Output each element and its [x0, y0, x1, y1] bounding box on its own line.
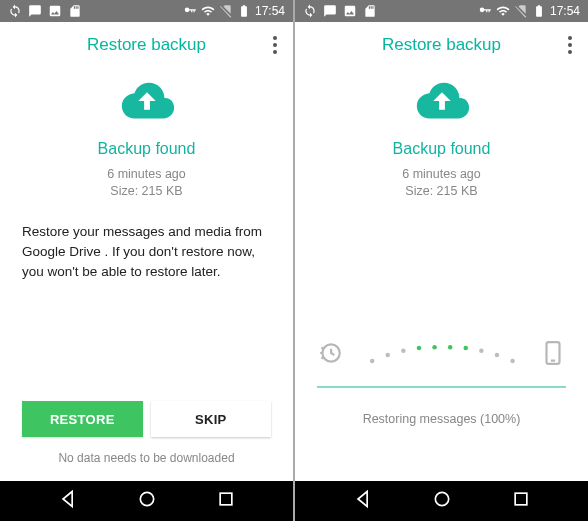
transfer-graphic: [295, 340, 588, 370]
overflow-menu-icon[interactable]: [267, 30, 283, 60]
sync-icon: [8, 4, 22, 18]
image-icon: [343, 4, 357, 18]
sd-icon: [363, 4, 377, 18]
chat-icon: [28, 4, 42, 18]
svg-point-7: [432, 345, 437, 350]
svg-point-8: [448, 345, 453, 350]
backup-found-label: Backup found: [393, 140, 491, 158]
wifi-icon: [496, 4, 510, 18]
svg-point-4: [386, 352, 391, 357]
back-button[interactable]: [353, 489, 373, 513]
progress-bar: [317, 386, 566, 388]
phone-left: 17:54 Restore backup Backup found 6 minu…: [0, 0, 293, 521]
status-right: 17:54: [478, 4, 580, 18]
back-button[interactable]: [58, 489, 78, 513]
clock-label: 17:54: [550, 4, 580, 18]
no-sim-icon: [514, 4, 528, 18]
status-bar: 17:54: [0, 0, 293, 22]
svg-rect-1: [220, 493, 232, 505]
dots-path: [349, 342, 534, 368]
footnote: No data needs to be downloaded: [58, 451, 234, 465]
svg-point-3: [370, 359, 375, 364]
history-icon: [317, 340, 343, 370]
key-icon: [478, 4, 492, 18]
restore-description: Restore your messages and media from Goo…: [0, 222, 293, 283]
skip-button[interactable]: SKIP: [151, 401, 272, 437]
image-icon: [48, 4, 62, 18]
backup-time: 6 minutes ago: [402, 166, 481, 183]
svg-point-10: [479, 348, 484, 353]
battery-icon: [237, 4, 251, 18]
restore-button[interactable]: RESTORE: [22, 401, 143, 437]
content: Backup found 6 minutes ago Size: 215 KB: [295, 68, 588, 481]
wifi-icon: [201, 4, 215, 18]
home-button[interactable]: [137, 489, 157, 513]
overflow-menu-icon[interactable]: [562, 30, 578, 60]
restoring-label: Restoring messages (100%): [363, 412, 521, 426]
recent-button[interactable]: [216, 489, 236, 513]
status-right: 17:54: [183, 4, 285, 18]
backup-meta: 6 minutes ago Size: 215 KB: [107, 166, 186, 200]
backup-found-label: Backup found: [98, 140, 196, 158]
status-bar: 17:54: [295, 0, 588, 22]
svg-point-9: [464, 346, 469, 351]
sd-icon: [68, 4, 82, 18]
svg-point-11: [495, 352, 500, 357]
phone-icon: [540, 340, 566, 370]
recent-button[interactable]: [511, 489, 531, 513]
no-sim-icon: [219, 4, 233, 18]
page-title: Restore backup: [87, 35, 206, 55]
status-left: [303, 4, 377, 18]
content: Backup found 6 minutes ago Size: 215 KB …: [0, 68, 293, 481]
header: Restore backup: [295, 22, 588, 68]
home-button[interactable]: [432, 489, 452, 513]
svg-point-5: [401, 348, 406, 353]
cloud-upload-icon: [411, 78, 473, 126]
backup-time: 6 minutes ago: [107, 166, 186, 183]
button-row: RESTORE SKIP: [0, 401, 293, 437]
chat-icon: [323, 4, 337, 18]
header: Restore backup: [0, 22, 293, 68]
phone-right: 17:54 Restore backup Backup found 6 minu…: [295, 0, 588, 521]
page-title: Restore backup: [382, 35, 501, 55]
backup-size: Size: 215 KB: [107, 183, 186, 200]
svg-point-15: [435, 492, 448, 505]
svg-point-12: [510, 359, 515, 364]
svg-point-0: [140, 492, 153, 505]
status-left: [8, 4, 82, 18]
backup-size: Size: 215 KB: [402, 183, 481, 200]
svg-point-6: [417, 346, 422, 351]
cloud-upload-icon: [116, 78, 178, 126]
key-icon: [183, 4, 197, 18]
svg-rect-16: [515, 493, 527, 505]
nav-bar: [295, 481, 588, 521]
sync-icon: [303, 4, 317, 18]
nav-bar: [0, 481, 293, 521]
clock-label: 17:54: [255, 4, 285, 18]
backup-meta: 6 minutes ago Size: 215 KB: [402, 166, 481, 200]
battery-icon: [532, 4, 546, 18]
